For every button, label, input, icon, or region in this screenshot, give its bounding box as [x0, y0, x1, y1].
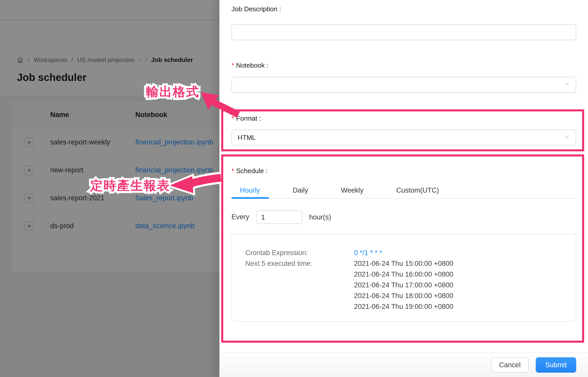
submit-button[interactable]: Submit	[536, 357, 576, 373]
schedule-annotation-arrow	[167, 167, 222, 196]
format-annotation: 輸出格式輸出格式	[146, 83, 199, 100]
job-description-label: Job Description :	[231, 5, 281, 13]
required-marker: *	[231, 61, 234, 69]
notebook-label: *Notebook :	[231, 61, 268, 69]
drawer-footer: Cancel Submit	[219, 352, 588, 377]
format-highlight-box	[221, 109, 584, 151]
chevron-down-icon	[564, 81, 570, 89]
job-description-input[interactable]	[231, 24, 576, 40]
notebook-select[interactable]	[231, 77, 576, 93]
format-annotation-arrow	[198, 90, 241, 117]
schedule-annotation: 定時產生報表定時產生報表	[90, 177, 170, 194]
schedule-highlight-box	[221, 154, 584, 343]
cancel-button[interactable]: Cancel	[491, 357, 529, 373]
screen: / Workspaces / US market projection / Jo…	[0, 0, 588, 377]
